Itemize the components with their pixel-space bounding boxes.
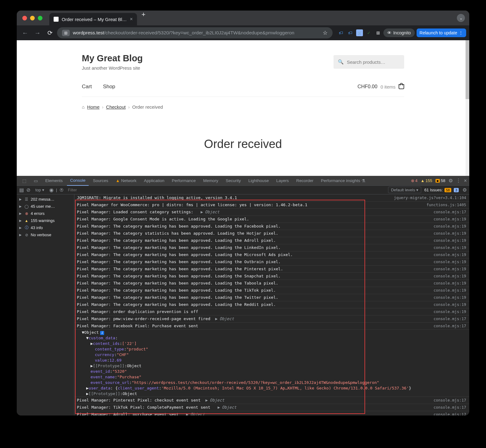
- console-log-row[interactable]: Pixel Manager: order duplication prevent…: [74, 308, 469, 315]
- tab-application[interactable]: Application: [141, 176, 167, 186]
- filter-input[interactable]: [66, 188, 386, 192]
- breadcrumb-checkout[interactable]: Checkout: [106, 104, 126, 110]
- site-title: My Great Blog: [82, 53, 143, 63]
- sidebar-item[interactable]: ▶☰202 messa…: [17, 196, 74, 203]
- console-log-expanded[interactable]: Pixel Manager: Facebook Pixel: Purchase …: [74, 323, 469, 397]
- nav-cart[interactable]: Cart: [82, 84, 92, 90]
- errors-badge[interactable]: ⊗ 4: [411, 178, 418, 183]
- forward-button[interactable]: →: [32, 28, 43, 38]
- console-log-row[interactable]: Pixel Manager: The category marketing ha…: [74, 294, 469, 301]
- context-select[interactable]: top ▾: [33, 187, 47, 193]
- address-bar[interactable]: ⊞ wordpress.test/checkout/order-received…: [57, 27, 333, 38]
- close-window[interactable]: [22, 16, 27, 20]
- close-icon[interactable]: ×: [464, 178, 467, 184]
- levels-select[interactable]: Default levels ▾: [388, 187, 421, 193]
- sidebar-item[interactable]: ▶⊗4 errors: [17, 210, 74, 217]
- bookmark-icon[interactable]: ☆: [323, 29, 328, 36]
- console-log-row[interactable]: Pixel Manager: The category marketing ha…: [74, 223, 469, 230]
- extension-icon[interactable]: 🛒: [356, 29, 363, 36]
- info-badge[interactable]: ■ 58: [435, 178, 445, 183]
- tab-sources[interactable]: Sources: [90, 176, 112, 186]
- titlebar: Order received – My Great Bl… × + ⌄: [17, 11, 469, 25]
- settings-icon[interactable]: ⚙: [448, 178, 453, 184]
- sidebar-toggle-icon[interactable]: ▤: [19, 187, 24, 193]
- tab-console[interactable]: Console: [67, 176, 89, 186]
- tab-security[interactable]: Security: [223, 176, 244, 186]
- console-log-row[interactable]: Pixel Manager: The category marketing ha…: [74, 244, 469, 251]
- extension-icon[interactable]: 🏷: [338, 29, 344, 36]
- console-log-row[interactable]: Pixel Manager: Pinterest Pixel: checkout…: [74, 397, 469, 404]
- warnings-badge[interactable]: ▲ 155: [421, 178, 432, 183]
- breadcrumb-current: Order received: [132, 104, 163, 110]
- console-sidebar: ▶☰202 messa…▶◯45 user me…▶⊗4 errors▶▲155…: [17, 194, 74, 415]
- console-log-row[interactable]: Pixel Manager: The category marketing ha…: [74, 301, 469, 308]
- relaunch-button[interactable]: Relaunch to update ⋮: [417, 28, 466, 37]
- search-placeholder: Search products…: [347, 59, 385, 65]
- breadcrumb-home[interactable]: Home: [87, 104, 99, 110]
- tab-recorder[interactable]: Recorder: [293, 176, 317, 186]
- incognito-label: Incognito: [393, 30, 411, 35]
- console-log-row[interactable]: JQMIGRATE: Migrate is installed with log…: [74, 194, 469, 202]
- console-log-row[interactable]: Pixel Manager: The category marketing ha…: [74, 273, 469, 280]
- sidebar-item[interactable]: ▶⊘No verbose: [17, 231, 74, 238]
- more-icon[interactable]: ⋮: [456, 178, 461, 184]
- reload-button[interactable]: ⟳: [45, 28, 55, 38]
- device-icon[interactable]: ▭: [31, 176, 41, 186]
- new-tab-button[interactable]: +: [141, 11, 145, 25]
- tab-layers[interactable]: Layers: [273, 176, 292, 186]
- console-log-row[interactable]: Pixel Manager: The category statistics h…: [74, 230, 469, 237]
- sidebar-item[interactable]: ▶◯45 user me…: [17, 203, 74, 210]
- close-tab-icon[interactable]: ×: [130, 16, 133, 22]
- back-button[interactable]: ←: [20, 28, 30, 38]
- console-log-row[interactable]: Pixel Manager: The category marketing ha…: [74, 251, 469, 259]
- extensions-menu-icon[interactable]: ⊞: [375, 29, 382, 36]
- console-log-row[interactable]: Pixel Manager: TikTok Pixel: CompletePay…: [74, 404, 469, 411]
- tab-dropdown-icon[interactable]: ⌄: [457, 14, 465, 22]
- home-icon: ⌂: [82, 104, 85, 110]
- sidebar-item[interactable]: ▶ⓘ43 info: [17, 224, 74, 231]
- inspect-icon[interactable]: ⬚: [19, 176, 29, 186]
- console-log-row[interactable]: Pixel Manager: Google Consent Mode is ac…: [74, 216, 469, 223]
- incognito-badge[interactable]: 👁 Incognito: [383, 28, 415, 37]
- clear-console-icon[interactable]: ⊘: [26, 187, 30, 193]
- console-output[interactable]: JQMIGRATE: Migrate is installed with log…: [74, 194, 469, 415]
- tab-lighthouse[interactable]: Lighthouse: [245, 176, 272, 186]
- console-log-row[interactable]: Pixel Manager: The category marketing ha…: [74, 259, 469, 266]
- tab-memory[interactable]: Memory: [200, 176, 222, 186]
- chevron-right-icon: ›: [102, 104, 104, 110]
- url-text: wordpress.test/checkout/order-received/5…: [73, 30, 294, 36]
- console-log-row[interactable]: Pixel Manager: pmw:view-order-received-p…: [74, 315, 469, 323]
- window-controls: [17, 16, 42, 20]
- console-log-row[interactable]: Pixel Manager: The category marketing ha…: [74, 237, 469, 244]
- chevron-right-icon: ›: [128, 104, 130, 110]
- breadcrumb: ⌂ Home › Checkout › Order received: [82, 104, 404, 110]
- tab-perf-insights[interactable]: Performance insights ⚗: [318, 176, 369, 186]
- settings-icon[interactable]: ⚙: [462, 187, 467, 193]
- maximize-window[interactable]: [38, 16, 42, 20]
- tab-title: Order received – My Great Bl…: [62, 17, 127, 22]
- extension-icon[interactable]: ✓: [365, 29, 372, 36]
- console-log-row[interactable]: Pixel Manager: Loaded consent category s…: [74, 209, 469, 216]
- browser-toolbar: ← → ⟳ ⊞ wordpress.test/checkout/order-re…: [17, 25, 469, 40]
- tab-network[interactable]: ▲Network: [113, 176, 139, 186]
- page-scrollbar[interactable]: [466, 40, 469, 176]
- console-log-row[interactable]: Pixel Manager: The category marketing ha…: [74, 287, 469, 294]
- cart-widget[interactable]: CHF0.00 0 items: [358, 84, 404, 89]
- search-input[interactable]: 🔍 Search products…: [334, 55, 404, 69]
- tab-elements[interactable]: Elements: [42, 176, 66, 186]
- extension-icon[interactable]: 🏷: [347, 29, 354, 36]
- nav-shop[interactable]: Shop: [103, 84, 115, 90]
- eye-icon[interactable]: ◉: [49, 187, 54, 193]
- console-log-row[interactable]: Pixel Manager: The category marketing ha…: [74, 280, 469, 287]
- console-log-row[interactable]: Pixel Manager: Adroll: purchase event se…: [74, 411, 469, 415]
- site-settings-icon[interactable]: ⊞: [62, 30, 70, 36]
- sidebar-item[interactable]: ▶▲155 warnings: [17, 217, 74, 224]
- console-log-row[interactable]: Pixel Manager for WooCommerce: pro | dis…: [74, 202, 469, 209]
- page-main: Order received: [17, 137, 469, 151]
- issues-badge[interactable]: 61 Issues: 58 3: [424, 188, 459, 192]
- browser-tab[interactable]: Order received – My Great Bl… ×: [49, 13, 137, 25]
- minimize-window[interactable]: [30, 16, 35, 20]
- console-log-row[interactable]: Pixel Manager: The category marketing ha…: [74, 266, 469, 273]
- tab-performance[interactable]: Performance: [169, 176, 199, 186]
- basket-icon: [399, 84, 404, 89]
